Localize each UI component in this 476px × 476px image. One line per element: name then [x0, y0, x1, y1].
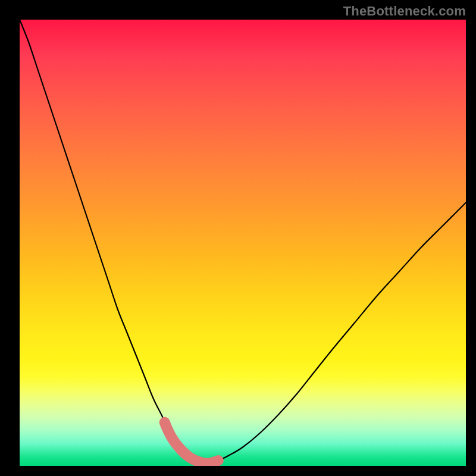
optimal-zone-marker	[165, 422, 218, 464]
bottleneck-curve-chart	[20, 20, 466, 466]
watermark-text: TheBottleneck.com	[343, 4, 466, 19]
bottleneck-curve	[20, 20, 466, 464]
